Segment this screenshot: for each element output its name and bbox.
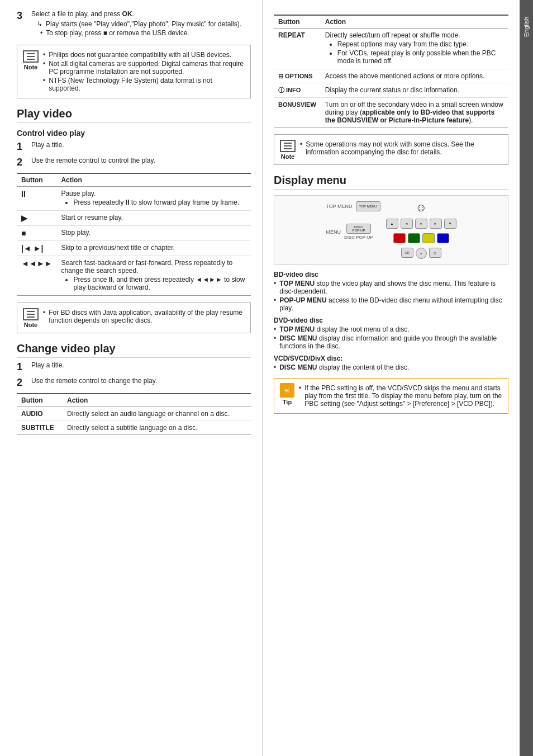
note-bullet-2-1: For BD discs with Java application, avai…	[43, 309, 245, 324]
more-action-repeat-sub1: Repeat options may vary from the disc ty…	[337, 40, 504, 48]
table-row: BONUSVIEW Turn on or off the secondary v…	[274, 98, 508, 127]
note-icon-3	[280, 140, 296, 152]
step-3: 3 Select a file to play, and press OK. ↳…	[17, 10, 251, 38]
section-change-video: Change video play	[17, 342, 251, 358]
change-btn-subtitle: SUBTITLE	[17, 421, 63, 435]
note-content-1: Philips does not guarantee compatibility…	[43, 50, 245, 93]
control-action-pause-sub: Press repeatedly II to slow forward play…	[73, 199, 246, 206]
note-icon-line	[27, 314, 35, 315]
more-btn-info: ⓘ INFO	[274, 83, 321, 98]
note-content-3: Some operations may not work with some d…	[300, 139, 502, 157]
change-step-1-text: Play a title.	[31, 361, 251, 371]
control-action-play: Start or resume play.	[56, 211, 251, 226]
change-step-2-num: 2	[17, 377, 27, 389]
remote-color-yellow	[422, 233, 435, 243]
control-step-1: 1 Play a title.	[17, 141, 251, 153]
table-row: ▶ Start or resume play.	[17, 211, 251, 226]
note-icon-line	[27, 56, 35, 57]
note-icon-2	[23, 308, 39, 320]
section-display-menu: Display menu	[274, 174, 508, 190]
note-icon-lines-2	[27, 311, 35, 318]
menu-btn: DISC/POP-UP	[346, 224, 371, 234]
control-action-search: Search fast-backward or fast-forward. Pr…	[56, 256, 251, 296]
control-btn-pause: II	[17, 187, 56, 211]
table-row: ◄◄►► Search fast-backward or fast-forwar…	[17, 256, 251, 296]
table-row: ⊟ OPTIONS Access the above mentioned act…	[274, 69, 508, 83]
dvd-bullet-2: DISC MENU display disc information and g…	[274, 334, 508, 350]
remote-nav-row: ▲ ◄ ● ► ▼	[386, 219, 456, 229]
more-btn-options: ⊟ OPTIONS	[274, 69, 321, 83]
note-icon-line	[284, 143, 292, 144]
remote-color-row	[393, 233, 449, 243]
right-column: Button Action REPEAT Directly select/tur…	[263, 0, 520, 756]
tip-content: If the PBC setting is off, the VCD/SVCD …	[299, 383, 502, 409]
remote-nav-btn-1: ▲	[386, 219, 398, 229]
control-step-1-text: Play a title.	[31, 141, 251, 151]
remote-more-row: OK • ⊙	[401, 248, 441, 259]
more-action-bonusview: Turn on or off the secondary video in a …	[321, 98, 508, 127]
control-table-header-action: Action	[56, 173, 251, 187]
table-row: SUBTITLE Directly select a subtitle lang…	[17, 421, 251, 435]
top-menu-label: TOP MENU	[326, 204, 352, 209]
note-icon-line	[27, 59, 35, 60]
tip-label: Tip	[283, 399, 292, 405]
control-btn-play: ▶	[17, 211, 56, 226]
change-table: Button Action AUDIO Directly select an a…	[17, 393, 251, 435]
tip-icon: ✳	[280, 383, 294, 398]
control-step-2: 2 Use the remote control to control the …	[17, 157, 251, 169]
control-table: Button Action II Pause play. Press repea…	[17, 173, 251, 296]
table-row: AUDIO Directly select an audio language …	[17, 407, 251, 421]
note-icon-line	[27, 53, 35, 54]
more-btn-bonusview: BONUSVIEW	[274, 98, 321, 127]
note-icon-line	[284, 148, 292, 149]
remote-right: ☺ ▲ ◄ ● ► ▼	[386, 201, 456, 259]
change-action-audio: Directly select an audio language or cha…	[63, 407, 251, 421]
remote-diagram: TOP MENU TOP MENU MENU DISC/POP-UP DISC …	[280, 201, 502, 259]
remote-nav-btn-4: ►	[430, 219, 442, 229]
dvd-video-title: DVD-video disc	[274, 316, 508, 324]
table-row: |◄ ►| Skip to a previous/next title or c…	[17, 241, 251, 256]
remote-color-blue	[437, 233, 449, 243]
snowflake-icon: ✳	[283, 386, 292, 395]
table-row: ■ Stop play.	[17, 226, 251, 241]
control-btn-skip: |◄ ►|	[17, 241, 56, 256]
remote-left: TOP MENU TOP MENU MENU DISC/POP-UP DISC …	[326, 201, 380, 240]
step-3-arrow-1: ↳ Play starts (see "Play video","Play ph…	[37, 20, 251, 28]
remote-nav-btn-3: ●	[415, 219, 427, 229]
more-action-repeat-sub2: For VCDs, repeat play is only possible w…	[337, 49, 504, 65]
note-icon-line	[27, 311, 35, 312]
more-action-options: Access the above mentioned actions or mo…	[321, 69, 508, 83]
control-btn-search: ◄◄►►	[17, 256, 56, 296]
note-bullet-1-1: Philips does not guarantee compatibility…	[43, 51, 245, 59]
remote-nav-btn-5: ▼	[444, 219, 456, 229]
svg-text:✳: ✳	[284, 386, 290, 395]
menu-label: MENU	[326, 229, 341, 235]
step-3-bullet-1: To stop play, press ■ or remove the USB …	[40, 29, 251, 37]
note-box-1: Note Philips does not guarantee compatib…	[17, 45, 251, 98]
dvd-bullet-1: TOP MENU display the root menu of a disc…	[274, 325, 508, 333]
remote-color-green	[408, 233, 420, 243]
sidebar-language: English	[520, 0, 533, 756]
note-box-2: Note For BD discs with Java application,…	[17, 303, 251, 333]
bd-bullet-1: TOP MENU stop the video play and shows t…	[274, 280, 508, 295]
control-action-skip: Skip to a previous/next title or chapter…	[56, 241, 251, 256]
more-action-repeat: Directly select/turn off repeat or shuff…	[321, 29, 508, 69]
remote-btn-a: OK	[401, 248, 413, 258]
note-icon-line	[27, 316, 35, 318]
note-bullet-1-2: Not all digital cameras are supported. D…	[43, 60, 245, 75]
change-step-1-num: 1	[17, 361, 27, 374]
left-column: 3 Select a file to play, and press OK. ↳…	[0, 0, 263, 756]
tip-bullet-1: If the PBC setting is off, the VCD/SVCD …	[299, 384, 502, 408]
note-box-3: Note Some operations may not work with s…	[274, 134, 508, 165]
control-step-1-num: 1	[17, 141, 27, 153]
control-btn-stop: ■	[17, 226, 56, 241]
control-action-stop: Stop play.	[56, 226, 251, 241]
note-icon-lines	[27, 53, 35, 60]
note-label-1: Note	[24, 64, 37, 70]
control-table-header-button: Button	[17, 173, 56, 187]
step-3-sub1: Play starts (see "Play video","Play phot…	[46, 20, 241, 28]
vcd-title: VCD/SVCD/DivX disc:	[274, 355, 508, 362]
remote-top-icon: ☺	[415, 201, 426, 214]
tip-box: ✳ Tip If the PBC setting is off, the VCD…	[274, 378, 508, 414]
more-table: Button Action REPEAT Directly select/tur…	[274, 15, 508, 127]
